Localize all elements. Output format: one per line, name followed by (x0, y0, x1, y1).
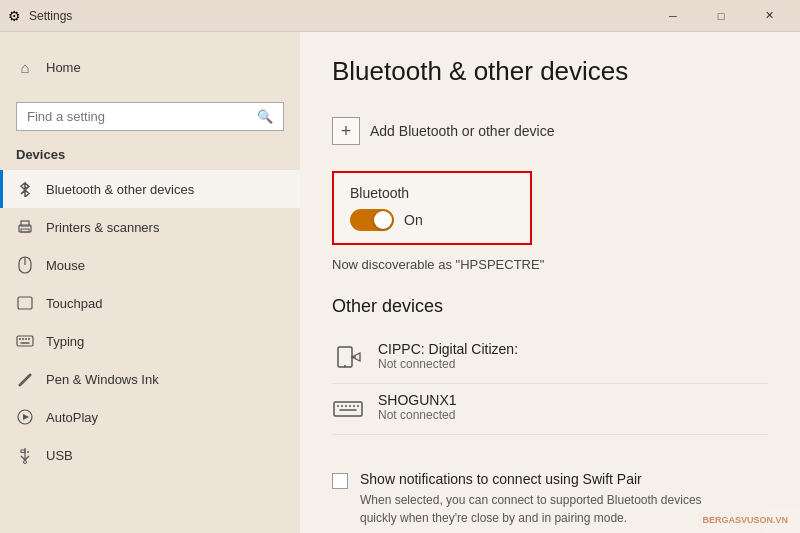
add-device-button[interactable]: + Add Bluetooth or other device (332, 111, 554, 151)
bluetooth-toggle-state: On (404, 212, 423, 228)
touchpad-icon (16, 294, 34, 312)
app-container: ⌂ Home 🔍 Devices Bluetooth & other devic… (0, 32, 800, 533)
other-devices-heading: Other devices (332, 296, 768, 317)
sidebar-item-bluetooth[interactable]: Bluetooth & other devices (0, 170, 300, 208)
settings-icon: ⚙ (8, 8, 21, 24)
printer-icon (16, 218, 34, 236)
device-item-shogunx1[interactable]: SHOGUNX1 Not connected (332, 384, 768, 435)
svg-rect-6 (17, 336, 33, 346)
device-keyboard-icon (332, 394, 364, 426)
device-info-shogunx1: SHOGUNX1 Not connected (378, 392, 457, 422)
sidebar-item-typing[interactable]: Typing (0, 322, 300, 360)
bluetooth-toggle[interactable] (350, 209, 394, 231)
sidebar-item-printers-label: Printers & scanners (46, 220, 159, 235)
sidebar-item-pen-label: Pen & Windows Ink (46, 372, 159, 387)
device-tablet-icon (332, 343, 364, 375)
sidebar-nav: Bluetooth & other devices Printers & sca… (0, 170, 300, 474)
svg-line-16 (25, 456, 29, 460)
sidebar-section-label: Devices (0, 143, 300, 170)
sidebar-item-typing-label: Typing (46, 334, 84, 349)
sidebar-item-touchpad-label: Touchpad (46, 296, 102, 311)
device-item-cippc[interactable]: CIPPC: Digital Citizen: Not connected (332, 333, 768, 384)
close-button[interactable]: ✕ (746, 0, 792, 32)
autoplay-icon (16, 408, 34, 426)
device-status-cippc: Not connected (378, 357, 518, 371)
svg-rect-2 (21, 229, 29, 232)
search-input[interactable] (27, 109, 257, 124)
sidebar: ⌂ Home 🔍 Devices Bluetooth & other devic… (0, 32, 300, 533)
bluetooth-label: Bluetooth (350, 185, 514, 201)
device-name-cippc: CIPPC: Digital Citizen: (378, 341, 518, 357)
page-title: Bluetooth & other devices (332, 56, 768, 87)
sidebar-item-printers[interactable]: Printers & scanners (0, 208, 300, 246)
sidebar-item-touchpad[interactable]: Touchpad (0, 284, 300, 322)
sidebar-item-usb[interactable]: USB (0, 436, 300, 474)
svg-rect-24 (334, 402, 362, 416)
discoverable-text: Now discoverable as "HPSPECTRE" (332, 257, 768, 272)
swift-pair-description: When selected, you can connect to suppor… (360, 491, 740, 527)
minimize-button[interactable]: ─ (650, 0, 696, 32)
keyboard-icon (16, 332, 34, 350)
device-info-cippc: CIPPC: Digital Citizen: Not connected (378, 341, 518, 371)
title-bar-title: Settings (29, 9, 72, 23)
device-name-shogunx1: SHOGUNX1 (378, 392, 457, 408)
sidebar-item-mouse-label: Mouse (46, 258, 85, 273)
sidebar-header: ⌂ Home (0, 32, 300, 94)
swift-pair-checkbox[interactable] (332, 473, 348, 489)
swift-pair-text: Show notifications to connect using Swif… (360, 471, 740, 527)
toggle-row: On (350, 209, 514, 231)
svg-rect-18 (21, 450, 25, 453)
search-box[interactable]: 🔍 (16, 102, 284, 131)
svg-point-17 (24, 461, 27, 464)
title-bar-controls: ─ □ ✕ (650, 0, 792, 32)
add-plus-icon: + (332, 117, 360, 145)
watermark: BERGASVUSON.VN (702, 515, 788, 525)
sidebar-item-bluetooth-label: Bluetooth & other devices (46, 182, 194, 197)
sidebar-item-home[interactable]: ⌂ Home (16, 48, 284, 86)
usb-icon (16, 446, 34, 464)
svg-rect-5 (18, 297, 32, 309)
swift-pair-title: Show notifications to connect using Swif… (360, 471, 740, 487)
title-bar: ⚙ Settings ─ □ ✕ (0, 0, 800, 32)
device-status-shogunx1: Not connected (378, 408, 457, 422)
search-icon: 🔍 (257, 109, 273, 124)
sidebar-item-usb-label: USB (46, 448, 73, 463)
bluetooth-icon (16, 180, 34, 198)
sidebar-item-home-label: Home (46, 60, 81, 75)
pen-icon (16, 370, 34, 388)
sidebar-item-mouse[interactable]: Mouse (0, 246, 300, 284)
mouse-icon (16, 256, 34, 274)
maximize-button[interactable]: □ (698, 0, 744, 32)
bluetooth-box: Bluetooth On (332, 171, 532, 245)
title-bar-left: ⚙ Settings (8, 8, 72, 24)
sidebar-item-pen[interactable]: Pen & Windows Ink (0, 360, 300, 398)
add-device-label: Add Bluetooth or other device (370, 123, 554, 139)
toggle-knob (374, 211, 392, 229)
home-icon: ⌂ (16, 58, 34, 76)
svg-marker-13 (23, 414, 29, 420)
main-content: Bluetooth & other devices + Add Bluetoot… (300, 32, 800, 533)
sidebar-item-autoplay-label: AutoPlay (46, 410, 98, 425)
sidebar-item-autoplay[interactable]: AutoPlay (0, 398, 300, 436)
svg-rect-20 (338, 347, 352, 367)
svg-line-15 (21, 456, 25, 460)
